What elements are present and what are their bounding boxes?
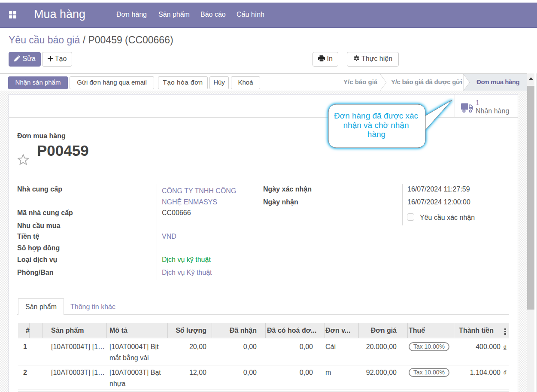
svg-text:hàng: hàng xyxy=(367,130,385,139)
svg-text:nhận và chờ nhận: nhận và chờ nhận xyxy=(343,121,409,130)
svg-text:Đơn hàng đã được xác: Đơn hàng đã được xác xyxy=(334,111,418,120)
